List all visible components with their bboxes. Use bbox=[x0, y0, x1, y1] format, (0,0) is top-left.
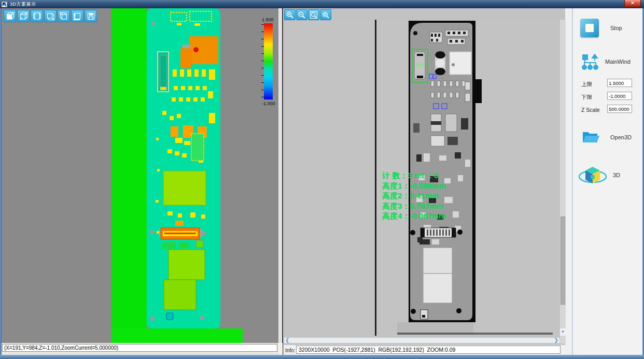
stop-label: Stop bbox=[610, 25, 622, 31]
upper-limit-input[interactable] bbox=[607, 79, 632, 87]
scroll-left-icon[interactable]: ❮ bbox=[284, 338, 290, 343]
zoom-in-icon bbox=[286, 11, 294, 19]
heightmap-panel[interactable]: 1.500 -1.000 bbox=[2, 8, 278, 343]
info-status-row: Info: bbox=[284, 345, 566, 355]
view-front-button[interactable] bbox=[4, 10, 16, 22]
grayscale-panel[interactable]: 计 数：3 ret ：0 高度1：-0.096mm 高度2：0.41mm 高度3… bbox=[283, 8, 565, 355]
heightmap-green-strip bbox=[111, 8, 147, 343]
panel-splitter[interactable] bbox=[278, 8, 283, 343]
zoom-in-button[interactable] bbox=[284, 9, 296, 20]
zoom-toolbar bbox=[284, 9, 331, 20]
cube-wire-icon bbox=[33, 12, 41, 21]
app-window: 3D方案展示 ✕ bbox=[0, 0, 644, 359]
annotation-height4: 高度4：-0.067mm bbox=[382, 211, 446, 221]
scale-min-label: -1.000 bbox=[262, 101, 275, 106]
vertical-scroll-thumb[interactable] bbox=[561, 217, 565, 305]
control-sidebar: Stop MainWind 上限 下限 Z Scale Open3D bbox=[572, 8, 642, 355]
heightmap-image[interactable] bbox=[111, 8, 243, 343]
save-icon bbox=[87, 12, 95, 21]
close-button[interactable]: ✕ bbox=[624, 0, 641, 7]
threed-button[interactable] bbox=[578, 164, 607, 188]
horizontal-scrollbar[interactable]: ❮ ❯ bbox=[284, 337, 560, 343]
measurement-annotations: 计 数：3 ret ：0 高度1：-0.096mm 高度2：0.41mm 高度3… bbox=[382, 170, 446, 221]
scroll-down-icon[interactable]: ▾ bbox=[560, 328, 566, 336]
zoom-out-button[interactable] bbox=[296, 9, 307, 20]
zoom-region-icon bbox=[321, 11, 330, 19]
scale-max-label: 1.500 bbox=[262, 17, 274, 22]
window-title: 3D方案展示 bbox=[10, 1, 36, 8]
heightmap-board bbox=[147, 8, 220, 328]
open3d-button[interactable] bbox=[581, 130, 600, 145]
open3d-label: Open3D bbox=[610, 134, 632, 140]
cube-wire-icon bbox=[46, 12, 55, 21]
view-right-button[interactable] bbox=[58, 10, 70, 22]
window-frame-left bbox=[0, 8, 2, 355]
upper-limit-label: 上限 bbox=[581, 81, 592, 88]
scale-gradient-bar bbox=[264, 23, 273, 99]
cube-wire-icon bbox=[19, 12, 28, 21]
z-scale-input[interactable] bbox=[607, 105, 632, 113]
save-view-button[interactable] bbox=[85, 10, 97, 22]
threed-label: 3D bbox=[613, 172, 620, 178]
info-readout-field[interactable] bbox=[296, 346, 561, 354]
vertical-scrollbar[interactable]: ▾ bbox=[560, 20, 566, 343]
stop-button[interactable] bbox=[580, 19, 599, 37]
stop-icon bbox=[585, 24, 594, 32]
cube-wire-icon bbox=[73, 12, 82, 21]
heightmap-green-bottom bbox=[111, 328, 243, 343]
zoom-region-button[interactable] bbox=[320, 9, 331, 20]
view-iso1-button[interactable] bbox=[17, 10, 30, 22]
lower-limit-label: 下限 bbox=[581, 94, 592, 101]
annotation-count: 计 数：3 ret ：0 bbox=[382, 170, 446, 181]
scroll-right-icon[interactable]: ❯ bbox=[553, 338, 559, 343]
view-iso2-button[interactable] bbox=[44, 10, 57, 22]
annotation-height3: 高度3：0.787mm bbox=[382, 201, 446, 211]
cursor-position-readout: (X=191,Y=984,Z=-1.010,ZoomCurrent=5.0000… bbox=[2, 344, 277, 352]
view-left-button[interactable] bbox=[31, 10, 43, 22]
window-frame-bottom bbox=[0, 355, 644, 359]
app-icon bbox=[2, 2, 7, 7]
title-bar: 3D方案展示 ✕ bbox=[0, 0, 644, 8]
annotation-height1: 高度1：-0.096mm bbox=[382, 181, 446, 191]
left-status-bar: (X=191,Y=984,Z=-1.010,ZoomCurrent=5.0000… bbox=[2, 343, 278, 355]
zoom-out-icon bbox=[298, 11, 306, 19]
zoom-fit-button[interactable] bbox=[308, 9, 319, 20]
info-label: Info: bbox=[285, 348, 295, 353]
zoom-fit-icon bbox=[310, 11, 318, 19]
view-bottom-button[interactable] bbox=[71, 10, 83, 22]
cube-wire-icon bbox=[60, 12, 68, 21]
mainwind-button[interactable] bbox=[581, 54, 599, 70]
view-toolbar bbox=[4, 10, 97, 22]
z-scale-label: Z Scale bbox=[581, 107, 600, 113]
lower-limit-input[interactable] bbox=[607, 92, 632, 100]
cube-front-solid-icon bbox=[6, 12, 15, 21]
mainwind-label: MainWind bbox=[605, 59, 631, 65]
color-scale: 1.500 -1.000 bbox=[259, 17, 278, 106]
annotation-height2: 高度2：0.41mm bbox=[382, 191, 446, 201]
